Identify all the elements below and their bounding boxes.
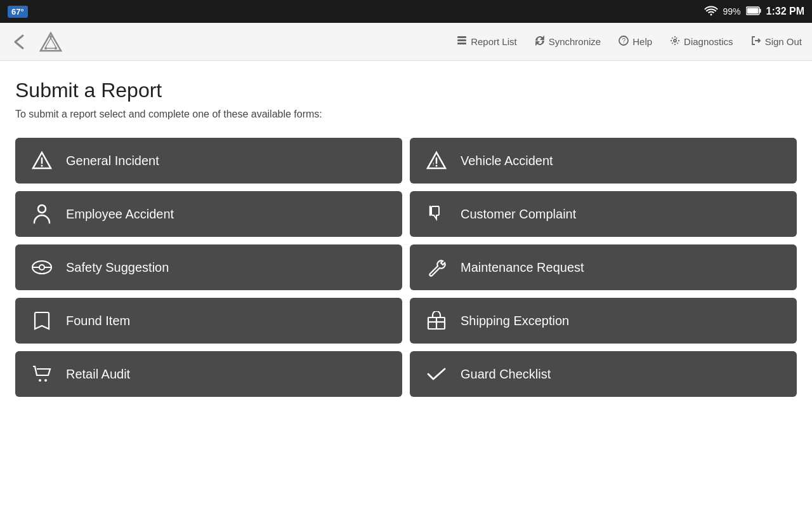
safety-suggestion-icon [30, 256, 53, 279]
maintenance-request-icon [425, 256, 448, 279]
nav-help[interactable]: ? Help [619, 36, 652, 48]
svg-point-33 [44, 379, 47, 382]
app-logo [38, 29, 63, 55]
back-button[interactable] [10, 33, 30, 51]
employee-accident-button[interactable]: Employee Accident [15, 191, 402, 237]
vehicle-accident-label: Vehicle Accident [461, 154, 553, 168]
general-incident-icon [30, 149, 53, 172]
vehicle-accident-icon: ! [425, 149, 448, 172]
guard-checklist-icon [425, 363, 448, 385]
report-grid: General Incident ! Vehicle Accident [15, 138, 797, 397]
svg-point-23 [38, 205, 46, 213]
svg-text:?: ? [622, 37, 626, 44]
report-list-icon [457, 36, 467, 48]
guard-checklist-label: Guard Checklist [461, 367, 551, 382]
found-item-icon [30, 309, 53, 332]
guard-checklist-button[interactable]: Guard Checklist [410, 351, 797, 397]
help-icon: ? [619, 36, 629, 48]
safety-suggestion-button[interactable]: Safety Suggestion [15, 244, 402, 290]
wifi-icon [704, 6, 718, 18]
svg-rect-2 [747, 8, 758, 13]
customer-complaint-label: Customer Complaint [461, 207, 576, 222]
nav-diagnostics[interactable]: Diagnostics [670, 36, 733, 48]
battery-percentage: 99% [723, 6, 741, 17]
svg-rect-10 [457, 36, 466, 38]
general-incident-label: General Incident [66, 154, 159, 168]
svg-point-26 [39, 265, 44, 270]
maintenance-request-label: Maintenance Request [461, 260, 584, 275]
nav-sign-out[interactable]: Sign Out [751, 36, 802, 48]
general-incident-button[interactable]: General Incident [15, 138, 402, 184]
employee-accident-label: Employee Accident [66, 207, 174, 222]
retail-audit-icon [30, 363, 53, 385]
svg-rect-12 [457, 43, 466, 44]
retail-audit-button[interactable]: Retail Audit [15, 351, 402, 397]
svg-point-18 [41, 165, 43, 167]
customer-complaint-icon [425, 203, 448, 225]
diagnostics-icon [670, 36, 680, 48]
svg-rect-11 [457, 39, 466, 41]
vehicle-accident-button[interactable]: ! Vehicle Accident [410, 138, 797, 184]
svg-rect-1 [759, 9, 761, 13]
customer-complaint-button[interactable]: Customer Complaint [410, 191, 797, 237]
svg-point-32 [39, 379, 41, 382]
svg-text:!: ! [433, 161, 434, 167]
temperature-badge: 67° [8, 6, 28, 18]
sign-out-icon [751, 36, 761, 48]
shipping-exception-icon [425, 309, 448, 332]
nav-report-list[interactable]: Report List [457, 36, 517, 48]
retail-audit-label: Retail Audit [66, 367, 130, 382]
maintenance-request-button[interactable]: Maintenance Request [410, 244, 797, 290]
battery-icon [746, 6, 761, 17]
nav-bar: Report List Synchronize ? Help [0, 23, 812, 61]
found-item-label: Found Item [66, 314, 130, 328]
page-subtitle: To submit a report select and complete o… [15, 109, 797, 120]
main-content: Submit a Report To submit a report selec… [0, 61, 812, 415]
shipping-exception-label: Shipping Exception [461, 314, 569, 328]
svg-point-4 [49, 36, 52, 38]
svg-point-21 [436, 165, 438, 167]
svg-point-15 [674, 39, 676, 42]
nav-synchronize[interactable]: Synchronize [535, 36, 601, 48]
page-title: Submit a Report [15, 79, 797, 102]
status-bar: 67° 99% 1:32 PM [0, 0, 812, 23]
found-item-button[interactable]: Found Item [15, 298, 402, 344]
shipping-exception-button[interactable]: Shipping Exception [410, 298, 797, 344]
sync-icon [535, 36, 545, 48]
safety-suggestion-label: Safety Suggestion [66, 260, 169, 275]
employee-accident-icon [30, 203, 53, 225]
clock: 1:32 PM [766, 6, 804, 17]
